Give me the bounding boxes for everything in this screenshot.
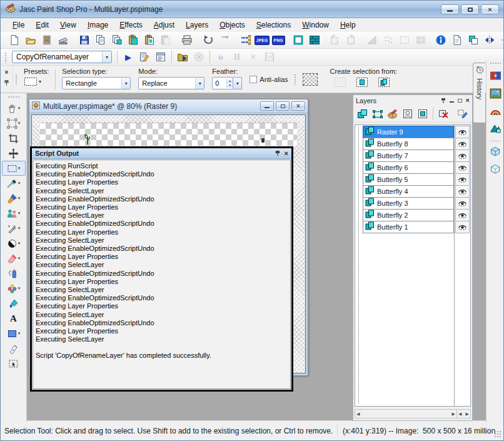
layers-splitter[interactable] bbox=[454, 125, 455, 406]
chevron-down-icon[interactable]: ▾ bbox=[18, 106, 21, 111]
mixer-cube-alt-button[interactable] bbox=[488, 162, 503, 176]
texture-button[interactable] bbox=[307, 33, 322, 48]
menu-item[interactable]: Adjust bbox=[148, 19, 180, 31]
selection-type-select[interactable]: Rectangle ▾ bbox=[62, 77, 131, 89]
gradient-button[interactable] bbox=[488, 121, 503, 136]
paint-brush-tool-button[interactable]: ▾ bbox=[2, 191, 26, 206]
mixer-cube-button[interactable] bbox=[488, 144, 503, 159]
scroll-right-icon[interactable]: ▶ bbox=[452, 412, 455, 417]
spin-up-icon[interactable]: ▲ bbox=[227, 79, 233, 83]
toolbar-grip[interactable] bbox=[293, 73, 296, 85]
resize-grip[interactable] bbox=[494, 430, 502, 438]
chevron-down-icon[interactable]: ▾ bbox=[18, 241, 21, 246]
move-tool-button[interactable] bbox=[2, 146, 26, 161]
airbrush-tool-button[interactable] bbox=[2, 266, 26, 281]
jpeg-optimizer-button[interactable]: JPEG bbox=[255, 33, 270, 48]
new-window-button[interactable] bbox=[450, 33, 465, 48]
layer-row[interactable]: Butterfly 1 bbox=[363, 221, 454, 233]
color-palette-button[interactable] bbox=[488, 104, 503, 118]
new-art-media-layer-button[interactable] bbox=[386, 107, 400, 121]
minimize-button[interactable] bbox=[441, 4, 459, 14]
doc-restore-button[interactable] bbox=[276, 101, 290, 111]
new-mask-layer-button[interactable] bbox=[401, 107, 415, 121]
copy-merged-button[interactable] bbox=[109, 33, 124, 48]
spin-down-icon[interactable]: ▼ bbox=[227, 83, 233, 88]
pin-icon[interactable] bbox=[441, 98, 446, 104]
paste-new-layer-button[interactable] bbox=[142, 33, 157, 48]
dropper-tool-button[interactable]: ▾ bbox=[2, 176, 26, 191]
presets-button[interactable]: ▾ bbox=[24, 77, 49, 86]
selection-from-merged-opaque-button[interactable] bbox=[378, 77, 390, 90]
menu-item[interactable]: File bbox=[7, 19, 30, 31]
layer-row[interactable]: Butterfly 5 bbox=[363, 173, 454, 186]
feather-spinner[interactable]: 0 ▲ ▼ bbox=[212, 77, 233, 89]
scroll-right-icon[interactable]: ▶ bbox=[466, 412, 469, 417]
selection-tool-button[interactable]: ▾ bbox=[2, 161, 26, 176]
layer-visibility-toggle[interactable] bbox=[455, 126, 470, 138]
chevron-down-icon[interactable]: ▾ bbox=[18, 331, 21, 336]
pan-tool-button[interactable]: ▾ bbox=[2, 101, 26, 116]
run-script-from-file-button[interactable] bbox=[175, 50, 190, 64]
layer-visibility-toggle[interactable] bbox=[455, 138, 470, 150]
browse-images-button[interactable] bbox=[488, 86, 503, 101]
new-adjustment-layer-button[interactable] bbox=[416, 107, 430, 121]
layer-visibility-toggle[interactable] bbox=[455, 185, 470, 198]
toolbar-grip[interactable] bbox=[14, 73, 18, 85]
chevron-down-icon[interactable]: ▾ bbox=[18, 121, 21, 126]
script-output-window[interactable]: Script Output × Executing RunScriptExecu… bbox=[30, 146, 293, 392]
image-information-button[interactable] bbox=[433, 33, 448, 48]
toolbar-grip[interactable] bbox=[490, 62, 501, 64]
scroll-left-icon[interactable]: ◀ bbox=[458, 412, 461, 417]
doc-minimize-button[interactable] bbox=[260, 101, 274, 111]
new-raster-layer-button[interactable] bbox=[356, 107, 370, 121]
menu-item[interactable]: Edit bbox=[30, 19, 54, 31]
menu-item[interactable]: Selections bbox=[251, 19, 296, 31]
text-tool-button[interactable]: A bbox=[2, 311, 26, 326]
print-button[interactable] bbox=[179, 33, 194, 48]
restore-button[interactable] bbox=[461, 4, 479, 14]
object-selector-tool-button[interactable] bbox=[2, 356, 26, 371]
close-icon[interactable]: × bbox=[466, 97, 470, 104]
edit-script-button[interactable] bbox=[137, 50, 152, 64]
copy-button[interactable] bbox=[93, 33, 108, 48]
mode-select[interactable]: Replace ▾ bbox=[138, 77, 204, 89]
run-script-button[interactable]: ▶ bbox=[121, 50, 136, 64]
doc-close-button[interactable]: × bbox=[291, 101, 305, 111]
mirror-button[interactable] bbox=[498, 33, 504, 48]
layer-row[interactable]: Butterfly 7 bbox=[363, 150, 454, 162]
layer-row[interactable]: Butterfly 3 bbox=[363, 197, 454, 210]
open-file-button[interactable] bbox=[23, 33, 38, 48]
chevron-down-icon[interactable]: ▾ bbox=[18, 286, 21, 291]
palette-grip[interactable] bbox=[8, 96, 20, 98]
menu-item[interactable]: Layers bbox=[180, 19, 214, 31]
new-vector-layer-button[interactable] bbox=[371, 107, 385, 121]
antialias-checkbox[interactable] bbox=[249, 76, 257, 83]
layers-palette-title-bar[interactable]: Layers × bbox=[353, 95, 472, 106]
script-output-title-bar[interactable]: Script Output × bbox=[32, 148, 291, 159]
chevron-down-icon[interactable]: ▾ bbox=[18, 181, 21, 186]
minimize-icon[interactable] bbox=[450, 98, 454, 103]
script-select[interactable]: CopyOfRenameLayer ▾ bbox=[12, 51, 112, 63]
picture-frame-button[interactable] bbox=[291, 33, 306, 48]
pen-tool-button[interactable] bbox=[2, 341, 26, 356]
layers-palette[interactable]: Layers × Raster 9 bbox=[353, 94, 473, 421]
paste-new-image-button[interactable] bbox=[126, 33, 141, 48]
eraser-tool-button[interactable]: ▾ bbox=[2, 251, 26, 266]
feather-slider-button[interactable]: ▾ bbox=[233, 77, 242, 89]
menu-item[interactable]: Image bbox=[82, 19, 114, 31]
share-photos-button[interactable] bbox=[488, 69, 503, 83]
layers-list[interactable]: Raster 9 Butterfly 8 Butterfly 7 Butterf… bbox=[355, 124, 471, 407]
scan-button[interactable] bbox=[56, 33, 71, 48]
chevron-down-icon[interactable]: ▾ bbox=[102, 51, 111, 63]
layers-horizontal-scrollbar[interactable]: ◀ ▶ bbox=[355, 409, 457, 418]
chevron-down-icon[interactable]: ▾ bbox=[18, 166, 21, 171]
layer-visibility-toggle[interactable] bbox=[455, 173, 470, 186]
close-button[interactable]: × bbox=[481, 4, 499, 14]
toolbar-grip[interactable] bbox=[4, 51, 7, 63]
layer-visibility-toggle[interactable] bbox=[455, 197, 470, 210]
chevron-down-icon[interactable]: ▾ bbox=[18, 196, 21, 201]
save-button[interactable] bbox=[77, 33, 92, 48]
document-title-bar[interactable]: MultiLayer.pspimage* @ 80% (Raster 9) × bbox=[29, 99, 308, 113]
layer-visibility-toggle[interactable] bbox=[455, 209, 470, 221]
visibility-column-scrollbar[interactable]: ◀ ▶ bbox=[456, 409, 471, 418]
